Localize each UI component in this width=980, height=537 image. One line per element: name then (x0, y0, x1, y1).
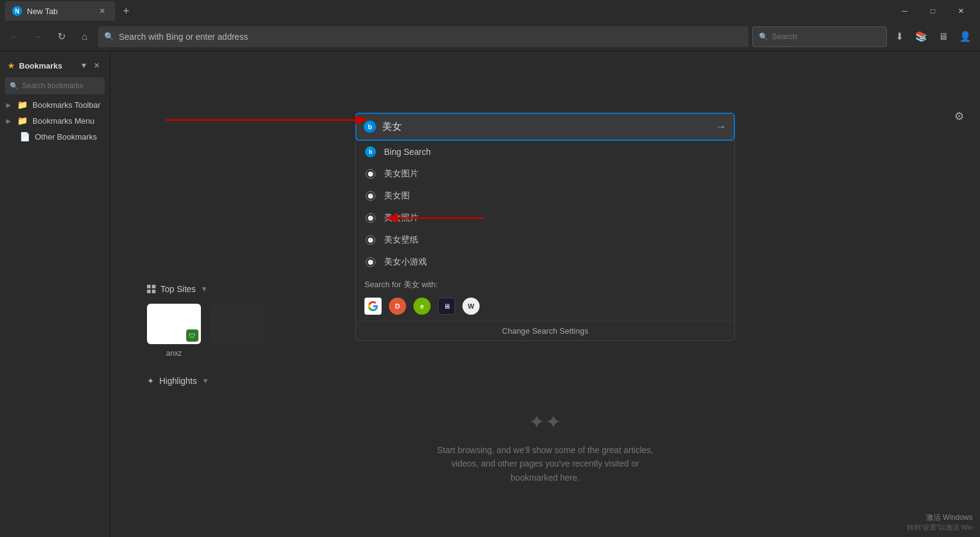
search-input-wrapper: b → (355, 113, 735, 141)
header-search-input[interactable] (772, 32, 880, 41)
site-item-anxz[interactable]: 🛡 anxz (147, 304, 201, 358)
change-search-settings-link[interactable]: Change Search Settings (356, 321, 734, 340)
dropdown-item-text: Bing Search (384, 147, 431, 157)
bookmark-star-icon: ★ (7, 61, 15, 70)
folder-icon: 📁 (17, 116, 28, 126)
sidebar-search-input[interactable] (22, 81, 100, 90)
history-icon: 🕐 (364, 212, 377, 224)
sidebar-item-label: Bookmarks Menu (32, 116, 94, 126)
history-icon: 🕐 (364, 168, 377, 180)
home-button[interactable]: ⌂ (75, 27, 94, 47)
search-icon: 🔍 (104, 32, 114, 41)
history-icon: 🕐 (364, 234, 377, 246)
activate-line2: 转到"设置"以激活 Win (907, 523, 973, 532)
dropdown-item-text: 美女图片 (384, 168, 418, 179)
dropdown-item-3[interactable]: 🕐 美女照片 (356, 207, 734, 229)
clock-icon: 🕐 (366, 169, 375, 179)
top-sites-header: Top Sites ▼ (147, 284, 265, 294)
refresh-button[interactable]: ↻ (51, 27, 71, 47)
highlights-section: ✦ Highlights ▼ ✦✦ Start browsing, and we… (147, 376, 943, 484)
dropdown-item-1[interactable]: 🕐 美女图片 (356, 163, 734, 185)
dropdown-item-text: 美女壁纸 (384, 235, 418, 246)
sidebar-item-toolbar[interactable]: ▶ 📁 Bookmarks Toolbar (0, 97, 110, 113)
site-thumb-inner: 🛡 (147, 304, 201, 344)
address-text: Search with Bing or enter address (119, 32, 742, 42)
top-sites-section: Top Sites ▼ 🛡 anxz (147, 284, 265, 358)
nav-right-controls: 🔍 ⬇ 📚 🖥 👤 (752, 26, 975, 47)
dropdown-item-2[interactable]: 🕐 美女图 (356, 185, 734, 207)
new-tab-button[interactable]: + (118, 2, 135, 20)
dropdown-item-4[interactable]: 🕐 美女壁纸 (356, 229, 734, 251)
back-button[interactable]: ← (5, 27, 24, 47)
site-thumbnail: 🛡 (147, 304, 201, 344)
content-area: ⚙ b → b (110, 51, 980, 537)
sidebar-item-menu[interactable]: ▶ 📁 Bookmarks Menu (0, 113, 110, 129)
sidebar: ★ Bookmarks ▼ ✕ 🔍 ▶ 📁 Bookmarks Toolbar … (0, 51, 110, 537)
main-search-input[interactable] (382, 121, 709, 132)
main-layout: ★ Bookmarks ▼ ✕ 🔍 ▶ 📁 Bookmarks Toolbar … (0, 51, 980, 537)
browser-tab[interactable]: N New Tab ✕ (5, 1, 115, 21)
header-search-icon: 🔍 (759, 32, 768, 41)
highlights-sparkle-icon: ✦ (147, 376, 154, 386)
title-bar: N New Tab ✕ + ─ □ ✕ (0, 0, 980, 22)
sidebar-search-box[interactable]: 🔍 (5, 77, 105, 94)
empty-site-slot (211, 304, 265, 344)
dropdown-item-text: 美女图 (384, 190, 410, 201)
wikipedia-engine-button[interactable]: W (462, 298, 480, 315)
sidebar-title: Bookmarks (19, 61, 77, 70)
minimize-button[interactable]: ─ (891, 0, 919, 22)
dropdown-item-text: 美女小游戏 (384, 257, 427, 268)
sidebar-item-other[interactable]: 📄 Other Bookmarks (0, 129, 110, 145)
activate-line1: 激活 Windows (907, 513, 973, 523)
tab-favicon: N (12, 6, 22, 16)
clock-icon: 🕐 (366, 257, 375, 267)
highlights-expand-icon[interactable]: ▼ (202, 377, 209, 385)
search-submit-arrow[interactable]: → (715, 121, 726, 133)
highlights-header: ✦ Highlights ▼ (147, 376, 943, 386)
search-container: b → b Bing Search 🕐 美女图片 (355, 113, 735, 341)
history-icon: 🕐 (364, 256, 377, 268)
header-search-box[interactable]: 🔍 (752, 26, 887, 47)
search-with-label: Search for 美女 with: (356, 273, 734, 294)
bing-small-logo: b (365, 146, 376, 157)
clock-icon: 🕐 (366, 191, 375, 201)
bookmarks-button[interactable]: 📚 (911, 27, 931, 47)
close-button[interactable]: ✕ (947, 0, 975, 22)
search-engines-row: D e 🖥 W (356, 294, 734, 318)
tab-title: New Tab (27, 7, 92, 16)
annotation-arrow-1 (159, 108, 386, 132)
profile-button[interactable]: 👤 (956, 27, 975, 47)
sidebar-item-label: Bookmarks Toolbar (32, 100, 100, 110)
sidebar-close-button[interactable]: ✕ (91, 60, 102, 71)
sidebar-chevron-icon: ▼ (80, 61, 88, 70)
expand-arrow-icon: ▶ (6, 118, 11, 124)
expand-arrow-icon: ▶ (6, 102, 11, 108)
grid-icon (147, 285, 156, 293)
tab-close-button[interactable]: ✕ (97, 6, 108, 17)
history-icon: 🕐 (364, 190, 377, 202)
sidebar-item-label: Other Bookmarks (35, 132, 97, 141)
page-settings-button[interactable]: ⚙ (948, 105, 970, 127)
search-dropdown: b Bing Search 🕐 美女图片 🕐 美女图 (355, 141, 735, 341)
address-bar[interactable]: 🔍 Search with Bing or enter address (98, 26, 748, 47)
dropdown-item-bing[interactable]: b Bing Search (356, 141, 734, 163)
window-controls: ─ □ ✕ (891, 0, 975, 22)
sidebar-search-icon: 🔍 (10, 82, 18, 90)
downloads-button[interactable]: ⬇ (889, 27, 909, 47)
other-engine-button[interactable]: 🖥 (438, 298, 455, 315)
ecosia-engine-button[interactable]: e (413, 298, 431, 315)
google-engine-button[interactable] (364, 298, 382, 315)
forward-button[interactable]: → (28, 27, 48, 47)
browser-view-button[interactable]: 🖥 (933, 27, 953, 47)
maximize-button[interactable]: □ (919, 0, 947, 22)
highlights-empty-state: ✦✦ Start browsing, and we'll show some o… (147, 410, 943, 484)
top-sites-grid: 🛡 anxz (147, 304, 265, 358)
sidebar-header: ★ Bookmarks ▼ ✕ (0, 56, 110, 75)
sparkle-large-icon: ✦✦ (147, 410, 943, 434)
dropdown-item-5[interactable]: 🕐 美女小游戏 (356, 251, 734, 273)
bing-icon: b (364, 146, 377, 158)
top-sites-expand-icon[interactable]: ▼ (201, 285, 208, 293)
site-badge: 🛡 (186, 329, 198, 342)
duckduckgo-engine-button[interactable]: D (389, 298, 406, 315)
highlights-title: Highlights (159, 376, 197, 386)
